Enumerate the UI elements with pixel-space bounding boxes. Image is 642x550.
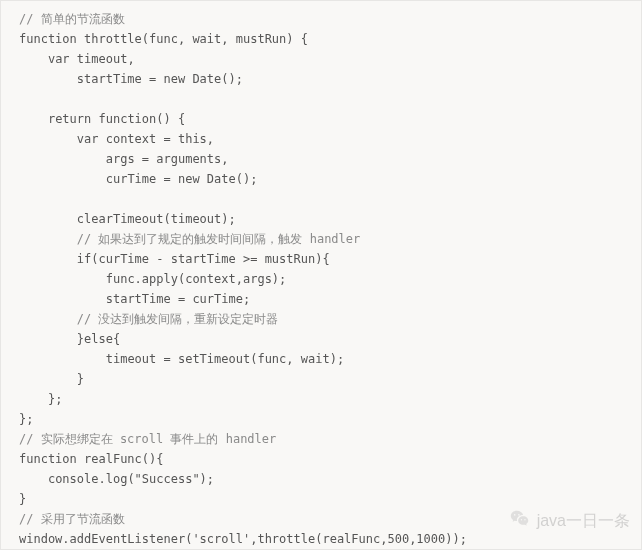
watermark-text: java一日一条 (537, 511, 630, 532)
code-block: // 简单的节流函数 function throttle(func, wait,… (0, 0, 642, 550)
wechat-icon (509, 508, 537, 534)
watermark: java一日一条 (509, 508, 630, 534)
